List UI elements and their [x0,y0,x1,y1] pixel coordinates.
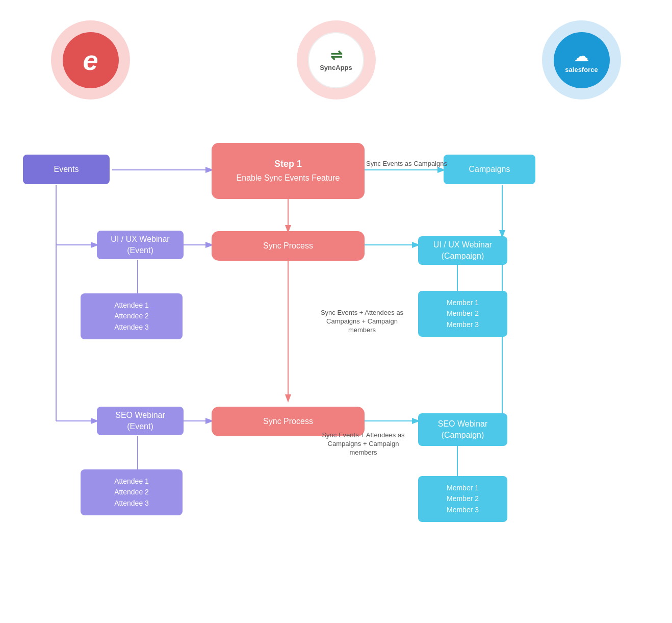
ui-ux-campaign-label: UI / UX Webinar(Campaign) [433,239,492,262]
salesforce-logo: ☁ salesforce [542,20,621,99]
salesforce-label: salesforce [565,66,598,73]
step1-box: Step 1 Enable Sync Events Feature [212,143,365,199]
sync-process-1-box: Sync Process [212,231,365,261]
ui-ux-campaign-box: UI / UX Webinar(Campaign) [418,236,507,265]
attendees-1-box: Attendee 1 Attendee 2 Attendee 3 [81,293,183,339]
ui-ux-event-box: UI / UX Webinar (Event) [97,231,184,259]
arrow-label-sync-attendees-1: Sync Events + Attendees as Campaigns + C… [316,309,408,335]
attendees-2-box: Attendee 1 Attendee 2 Attendee 3 [81,469,183,515]
step1-subtitle: Enable Sync Events Feature [237,172,340,184]
diagram: Events Step 1 Enable Sync Events Feature… [0,110,672,610]
members-1-box: Member 1 Member 2 Member 3 [418,291,507,337]
seo-campaign-label: SEO Webinar(Campaign) [438,418,488,441]
syncapps-label: SyncApps [320,64,352,72]
logos-row: e ⇌ SyncApps ☁ salesforce [0,0,672,110]
seo-event-box: SEO Webinar (Event) [97,407,184,435]
members-2-box: Member 1 Member 2 Member 3 [418,476,507,522]
eventbrite-icon: e [83,44,98,76]
syncapps-icon: ⇌ [330,48,342,63]
events-box: Events [23,155,110,184]
salesforce-cloud-icon: ☁ [574,47,589,65]
arrow-label-sync-attendees-2: Sync Events + Attendees as Campaigns + C… [316,431,410,457]
syncapps-logo: ⇌ SyncApps [297,20,376,99]
arrow-label-sync-events-campaigns: Sync Events as Campaigns [366,160,447,168]
step1-title: Step 1 [274,158,302,170]
seo-campaign-box: SEO Webinar(Campaign) [418,413,507,446]
campaigns-box: Campaigns [444,155,535,184]
eventbrite-logo: e [51,20,130,99]
